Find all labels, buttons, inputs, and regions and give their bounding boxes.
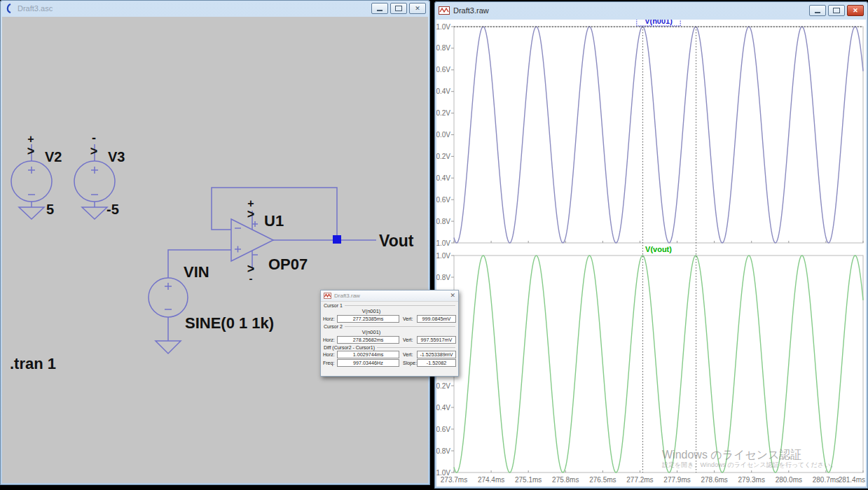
v3-rail-flag-name[interactable]: -: [92, 131, 96, 145]
ground-symbol: [82, 202, 107, 219]
close-button[interactable]: ✕: [409, 3, 426, 14]
y-tick-label: 0.0V: [436, 131, 450, 139]
y-tick-label: 1.0V: [436, 23, 450, 31]
y-tick-label: -1.0V: [436, 469, 450, 477]
y-tick-label: 0.6V: [436, 66, 450, 74]
opamp-model[interactable]: OP07: [268, 255, 308, 273]
x-tick-label: 280.0ms: [776, 476, 802, 484]
y-tick-label: -0.8V: [436, 218, 450, 225]
plot-area[interactable]: 1.0V0.8V0.6V0.4V0.2V0.0V-0.2V-0.4V-0.6V-…: [436, 20, 866, 486]
ground-symbol: [19, 202, 44, 219]
vin-value[interactable]: SINE(0 1 1k): [185, 314, 274, 332]
y-tick-label: 1.0V: [436, 252, 450, 260]
cursor1-net: V(n001): [321, 308, 458, 314]
y-tick-label: -0.8V: [436, 447, 450, 455]
cursor2-vert-value: 997.55917mV: [417, 336, 456, 344]
y-tick-label: -0.4V: [436, 174, 450, 182]
minimize-icon: [377, 10, 383, 11]
voltage-source-vin[interactable]: [149, 278, 188, 354]
trace-V(n001)[interactable]: [454, 27, 863, 243]
close-icon: ✕: [415, 6, 420, 12]
schematic-titlebar[interactable]: Draft3.asc ✕: [0, 0, 430, 17]
v2-net-flag-icon[interactable]: >: [27, 144, 35, 158]
dialog-title: Draft3.raw: [334, 293, 360, 299]
x-tick-label: 274.4ms: [478, 476, 504, 484]
output-node-marker[interactable]: [333, 235, 341, 244]
opamp-vminus-flag-name[interactable]: -: [249, 272, 253, 284]
y-tick-label: -1.0V: [436, 239, 450, 247]
y-tick-label: 0.2V: [436, 109, 450, 117]
x-tick-label: 277.9ms: [663, 476, 690, 484]
cursor2-horz-value: 278.25682ms: [337, 336, 399, 344]
y-tick-label: -0.6V: [436, 196, 450, 204]
cursor1-horz-value: 277.25385ms: [337, 315, 399, 323]
y-tick-label: 0.8V: [436, 274, 450, 281]
cursor2-horz-label: Horz:: [323, 337, 337, 342]
slope-label: Slope:: [403, 360, 417, 365]
diff-horz-label: Horz:: [323, 352, 337, 357]
cursor2-group-label: Cursor 2: [324, 324, 345, 329]
close-button[interactable]: ✕: [847, 5, 864, 16]
diff-group-label: Diff (Cursor2 - Cursor1): [324, 345, 377, 350]
maximize-icon: [833, 8, 840, 13]
v3-net-flag-icon[interactable]: >: [90, 144, 98, 158]
diff-vert-value: -1.5253389mV: [417, 351, 456, 358]
dialog-close-icon[interactable]: ✕: [450, 293, 455, 299]
dialog-titlebar[interactable]: Draft3.raw ✕: [321, 290, 458, 302]
x-tick-label: 275.1ms: [515, 476, 542, 484]
maximize-icon: [395, 6, 402, 11]
window-title: Draft3.raw: [453, 6, 489, 15]
v2-rail-flag-name[interactable]: +: [27, 133, 34, 145]
pane-border: [454, 27, 863, 243]
minimize-button[interactable]: [809, 5, 826, 16]
maximize-button[interactable]: [828, 5, 845, 16]
freq-label: Freq:: [323, 360, 337, 365]
y-tick-label: -0.6V: [436, 426, 450, 433]
x-tick-label: 275.8ms: [552, 476, 579, 484]
x-tick-label: 277.2ms: [626, 476, 653, 484]
waveform-doc-icon: [439, 6, 450, 15]
ground-symbol: [156, 317, 181, 354]
v2-value[interactable]: 5: [46, 202, 54, 217]
schematic-canvas[interactable]: + > V2 5 - > V3 -5 VIN SINE(0 1 1k) + > …: [2, 17, 428, 483]
cursor1-group-label: Cursor 1: [324, 303, 345, 308]
cursor1-horz-label: Horz:: [323, 316, 337, 321]
vin-designator[interactable]: VIN: [184, 263, 209, 281]
vout-net-label[interactable]: Vout: [379, 232, 414, 250]
maximize-button[interactable]: [390, 3, 407, 14]
close-icon: ✕: [853, 8, 858, 14]
x-tick-label: 273.7ms: [441, 476, 467, 484]
minimize-button[interactable]: [371, 3, 388, 14]
spice-directive[interactable]: .tran 1: [10, 355, 56, 372]
trace-V(vout)[interactable]: [454, 255, 863, 472]
v2-designator[interactable]: V2: [45, 149, 62, 164]
ltspice-app-icon: [4, 4, 14, 13]
minimize-icon: [815, 12, 820, 13]
opamp-designator[interactable]: U1: [264, 212, 284, 230]
waveform-titlebar[interactable]: Draft3.raw ✕: [434, 1, 868, 20]
x-tick-label: 279.3ms: [738, 476, 765, 484]
schematic-drawing: + > V2 5 - > V3 -5 VIN SINE(0 1 1k) + > …: [2, 17, 428, 483]
cursor1-vert-value: 999.0845mV: [417, 315, 456, 323]
waveform-plot: 1.0V0.8V0.6V0.4V0.2V0.0V-0.2V-0.4V-0.6V-…: [436, 20, 866, 486]
v3-designator[interactable]: V3: [108, 149, 125, 164]
cursor-readout-dialog: Draft3.raw ✕ Cursor 1 V(n001) Horz: 277.…: [320, 290, 459, 377]
cursor2-net: V(n001): [321, 329, 458, 335]
cursor1-vert-label: Vert:: [403, 316, 417, 321]
x-tick-label: 276.5ms: [589, 476, 616, 484]
freq-value: 997.03446Hz: [337, 359, 399, 367]
cursor2-vert-label: Vert:: [403, 337, 417, 342]
v3-value[interactable]: -5: [106, 202, 119, 217]
waveform-doc-icon: [324, 293, 331, 299]
window-title: Draft3.asc: [18, 4, 53, 13]
y-tick-label: -0.2V: [436, 153, 450, 160]
diff-vert-label: Vert:: [403, 352, 417, 357]
trace-label-V(n001)[interactable]: V(n001): [645, 20, 673, 25]
y-tick-label: -0.4V: [436, 404, 450, 412]
diff-horz-value: 1.0029744ms: [337, 351, 399, 358]
x-tick-label: 278.6ms: [701, 476, 727, 484]
trace-label-V(vout)[interactable]: V(vout): [645, 245, 672, 253]
y-tick-label: 0.8V: [436, 44, 450, 52]
opamp-vplus-flag-icon[interactable]: >: [247, 207, 255, 221]
x-tick-label: 281.4ms: [839, 476, 865, 484]
